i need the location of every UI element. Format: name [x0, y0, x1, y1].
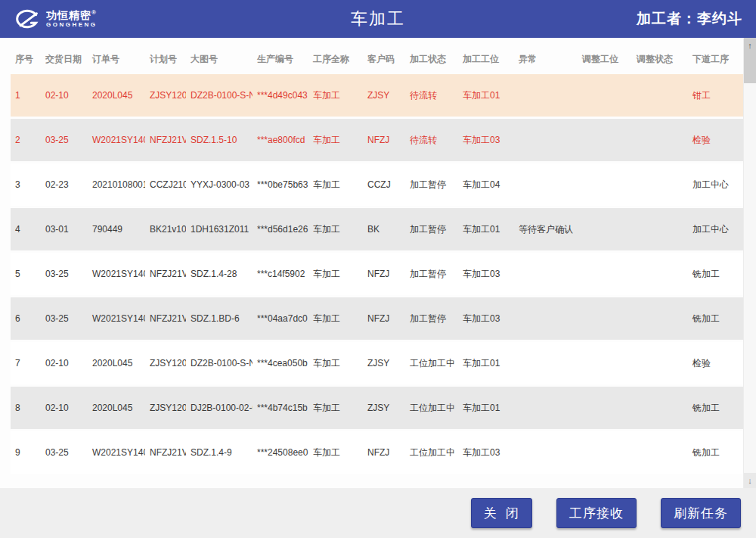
cell-drawing_no: YYXJ-0300-03: [186, 163, 253, 206]
cell-process_status: 工位加工中: [405, 431, 458, 474]
table-row[interactable]: 503-25W2021SY140NFZJ21V1SDZ.1.4-28***c14…: [11, 253, 743, 295]
cell-process_status: 工位加工中: [405, 342, 458, 384]
cell-no: 2: [11, 119, 41, 161]
cell-plan_no: NFZJ21V1: [145, 431, 186, 474]
cell-process_status: 加工暂停: [405, 253, 458, 295]
col-plan_no: 计划号: [145, 47, 186, 72]
cell-abnormal: [514, 387, 578, 429]
task-table-zone: 序号交货日期订单号计划号大图号生产编号工序全称客户码加工状态加工工位异常调整工位…: [0, 45, 756, 495]
cell-order_no: W2021SY140: [88, 253, 145, 295]
cell-process_status: 加工暂停: [405, 297, 458, 340]
vertical-scrollbar[interactable]: ↑ ↓: [743, 38, 756, 488]
cell-drawing_no: SDZ.1.4-28: [186, 253, 253, 295]
cell-delivery_date: 03-01: [41, 208, 88, 250]
task-table-body: 102-102020L045ZJSY1201DZ2B-0100-S-N-***4…: [11, 74, 743, 474]
cell-customer_code: BK: [363, 208, 405, 250]
col-work_station: 加工工位: [458, 47, 514, 72]
scrollbar-thumb[interactable]: [744, 53, 756, 83]
cell-order_no: 790449: [88, 208, 145, 250]
cell-customer_code: NFZJ: [363, 119, 405, 161]
cell-customer_code: NFZJ: [363, 253, 405, 295]
cell-customer_code: NFZJ: [363, 297, 405, 340]
refresh-tasks-button[interactable]: 刷新任务: [661, 498, 741, 528]
table-row[interactable]: 802-102020L045ZJSY1201DJ2B-0100-02-03***…: [11, 387, 743, 429]
col-abnormal: 异常: [514, 47, 578, 72]
cell-delivery_date: 02-10: [41, 342, 88, 384]
scroll-up-arrow-icon[interactable]: ↑: [744, 38, 756, 53]
cell-adjust_station: [578, 253, 632, 295]
process-accept-button[interactable]: 工序接收: [556, 498, 637, 528]
table-row[interactable]: 603-25W2021SY140NFZJ21V1SDZ.1.BD-6***04a…: [11, 297, 743, 340]
col-process_name: 工序全称: [308, 47, 363, 72]
cell-adjust_station: [578, 208, 632, 250]
close-button[interactable]: 关 闭: [471, 498, 532, 528]
cell-delivery_date: 02-10: [41, 387, 88, 429]
table-row[interactable]: 903-25W2021SY140NFZJ21V1SDZ.1.4-9***2450…: [11, 431, 743, 474]
cell-customer_code: CCZJ: [363, 163, 405, 206]
col-customer_code: 客户码: [363, 47, 405, 72]
cell-abnormal: [514, 163, 578, 206]
cell-no: 8: [11, 387, 41, 429]
cell-work_station: 车加工01: [458, 74, 514, 117]
cell-plan_no: CCZJ2108: [145, 163, 186, 206]
cell-production_no: ***c14f5902: [253, 253, 308, 295]
cell-production_no: ***24508ee0: [253, 431, 308, 474]
cell-plan_no: NFZJ21V1: [145, 253, 186, 295]
cell-plan_no: BK21v102: [145, 208, 186, 250]
cell-adjust_status: [632, 119, 688, 161]
table-row[interactable]: 203-25W2021SY140NFZJ21V1SDZ.1.5-10***ae8…: [11, 119, 743, 161]
cell-delivery_date: 02-10: [41, 74, 88, 117]
table-row[interactable]: 702-102020L045ZJSY1201DZ2B-0100-S-N.1***…: [11, 342, 743, 384]
cell-order_no: 202101080011: [88, 163, 145, 206]
cell-adjust_status: [632, 208, 688, 250]
cell-process_name: 车加工: [308, 431, 363, 474]
cell-production_no: ***04aa7dc0: [253, 297, 308, 340]
cell-order_no: 2020L045: [88, 342, 145, 384]
table-row[interactable]: 102-102020L045ZJSY1201DZ2B-0100-S-N-***4…: [11, 74, 743, 117]
cell-adjust_station: [578, 342, 632, 384]
cell-work_station: 车加工01: [458, 387, 514, 429]
cell-adjust_status: [632, 163, 688, 206]
cell-abnormal: [514, 253, 578, 295]
col-drawing_no: 大图号: [186, 47, 253, 72]
table-row[interactable]: 403-01790449BK21v1021DH1631Z011***d56d1e…: [11, 208, 743, 250]
cell-adjust_station: [578, 431, 632, 474]
cell-process_name: 车加工: [308, 74, 363, 117]
cell-delivery_date: 03-25: [41, 297, 88, 340]
cell-process_status: 加工暂停: [405, 163, 458, 206]
logo-name: 功恒精密®: [46, 10, 98, 20]
cell-production_no: ***d56d1e26: [253, 208, 308, 250]
app-header: 功恒精密® GONGHENG 车加工 加工者：李约斗: [0, 0, 756, 38]
cell-next_process: 加工中心: [688, 163, 743, 206]
cell-customer_code: NFZJ: [363, 431, 405, 474]
cell-production_no: ***4d49c043: [253, 74, 308, 117]
cell-drawing_no: SDZ.1.4-9: [186, 431, 253, 474]
cell-drawing_no: DJ2B-0100-02-03: [186, 387, 253, 429]
cell-next_process: 铣加工: [688, 297, 743, 340]
cell-next_process: 铣加工: [688, 431, 743, 474]
scroll-down-arrow-icon[interactable]: ↓: [744, 473, 756, 488]
gongheng-logo-icon: [14, 7, 41, 31]
cell-adjust_status: [632, 387, 688, 429]
cell-adjust_station: [578, 163, 632, 206]
cell-work_station: 车加工01: [458, 208, 514, 250]
cell-process_status: 加工暂停: [405, 208, 458, 250]
cell-abnormal: [514, 431, 578, 474]
col-production_no: 生产编号: [253, 47, 308, 72]
cell-no: 9: [11, 431, 41, 474]
cell-process_name: 车加工: [308, 253, 363, 295]
cell-process_name: 车加工: [308, 297, 363, 340]
cell-drawing_no: 1DH1631Z011: [186, 208, 253, 250]
cell-process_status: 工位加工中: [405, 387, 458, 429]
cell-adjust_status: [632, 74, 688, 117]
table-row[interactable]: 302-23202101080011CCZJ2108YYXJ-0300-03**…: [11, 163, 743, 206]
cell-no: 7: [11, 342, 41, 384]
cell-no: 4: [11, 208, 41, 250]
col-no: 序号: [11, 47, 41, 72]
col-adjust_status: 调整状态: [632, 47, 688, 72]
cell-adjust_station: [578, 74, 632, 117]
cell-no: 5: [11, 253, 41, 295]
cell-production_no: ***ae800fcd: [253, 119, 308, 161]
cell-drawing_no: DZ2B-0100-S-N-: [186, 74, 253, 117]
cell-abnormal: [514, 342, 578, 384]
